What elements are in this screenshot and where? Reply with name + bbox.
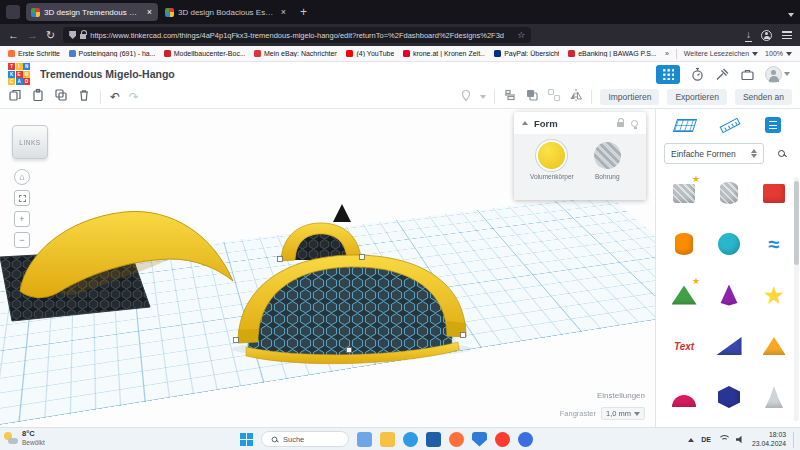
wifi-icon[interactable] <box>718 435 729 444</box>
ruler-tool-icon[interactable] <box>720 117 741 133</box>
height-handle-cone[interactable] <box>333 204 351 222</box>
bookmark-item[interactable]: krone.at | Kronen Zeit... <box>403 50 485 57</box>
browser-tab-active[interactable]: 3D design Tremendous Migelo… × <box>26 3 158 21</box>
start-button[interactable] <box>240 433 253 446</box>
delete-icon[interactable] <box>77 88 91 106</box>
design-title[interactable]: Tremendous Migelo-Hango <box>40 68 175 80</box>
pin-chevron-icon[interactable] <box>480 95 486 99</box>
workplane-tool-icon[interactable] <box>673 119 697 132</box>
align-icon[interactable] <box>503 88 517 106</box>
browser-tab[interactable]: 3D design Bodacious Esboo-K… × <box>160 3 292 21</box>
hole-option[interactable]: Bohrung <box>594 142 621 196</box>
duplicate-icon[interactable] <box>54 88 68 106</box>
shape-tile-box[interactable] <box>755 174 793 212</box>
shape-tile-text[interactable]: Text <box>665 327 703 365</box>
redo-button[interactable]: ↷ <box>129 91 139 103</box>
new-tab-button[interactable]: + <box>294 5 313 19</box>
show-desktop-button[interactable] <box>793 432 795 448</box>
lightbulb-icon[interactable] <box>631 120 638 127</box>
language-indicator[interactable]: DE <box>701 436 711 443</box>
bookmark-star-icon[interactable]: ☆ <box>517 30 525 40</box>
fit-view-button[interactable] <box>14 190 30 206</box>
shape-tile-paraboloid[interactable] <box>755 378 793 416</box>
firefox-icon[interactable] <box>449 432 464 447</box>
task-view-icon[interactable] <box>357 432 372 447</box>
opera-icon[interactable] <box>495 432 510 447</box>
3d-viewport[interactable]: LINKS ⌂ + − Form Volumenkörper <box>0 109 655 427</box>
settings-link[interactable]: Einstellungen <box>597 391 645 400</box>
home-view-button[interactable]: ⌂ <box>14 169 30 185</box>
workplane-pin-icon[interactable] <box>460 88 472 106</box>
bookmark-item[interactable]: Mein eBay: Nachrichten <box>254 50 338 57</box>
shape-tile-box-hole[interactable] <box>665 174 703 212</box>
explorer-icon[interactable] <box>380 432 395 447</box>
collapse-chevron-icon[interactable] <box>522 121 528 125</box>
paste-icon[interactable] <box>31 88 45 106</box>
shape-tile-wedge[interactable] <box>710 327 748 365</box>
bookmark-item[interactable]: (4) YouTube <box>346 50 393 57</box>
view-cube[interactable]: LINKS <box>12 125 48 159</box>
weather-widget[interactable]: 8°C Bewölkt <box>4 430 45 446</box>
tinkercad-logo[interactable]: TINKERCAD <box>8 63 30 85</box>
tab-close-icon[interactable]: × <box>280 7 287 17</box>
stopwatch-icon[interactable] <box>690 67 705 82</box>
bookmark-item[interactable]: Modellbaucenter-Boc... <box>164 50 245 57</box>
send-to-button[interactable]: Senden an <box>735 89 792 105</box>
model-arch-large-selected[interactable] <box>238 255 466 364</box>
shape-tile-roof[interactable] <box>665 276 703 314</box>
shape-tile-half-sphere[interactable] <box>665 378 703 416</box>
group-icon[interactable] <box>525 88 539 106</box>
lock-icon[interactable] <box>617 122 624 127</box>
zoom-level-indicator[interactable]: 100% <box>765 50 792 57</box>
bookmarks-overflow-chevron[interactable]: » <box>665 50 669 57</box>
undo-button[interactable]: ↶ <box>110 91 120 103</box>
bookmark-item[interactable]: eBanking | BAWAG P.S... <box>568 50 656 57</box>
snap-grid-select[interactable]: 1,0 mm <box>601 407 645 420</box>
clock[interactable]: 18:03 23.04.2024 <box>752 431 786 447</box>
shape-tile-star[interactable] <box>755 276 793 314</box>
reload-button[interactable]: ↻ <box>46 30 55 41</box>
volume-icon[interactable] <box>736 435 745 444</box>
bookmark-item[interactable]: PayPal: Übersicht <box>494 50 559 57</box>
briefcase-icon[interactable] <box>740 67 755 82</box>
edge-icon[interactable] <box>403 432 418 447</box>
url-bar[interactable]: https://www.tinkercad.com/things/4aP4p1q… <box>63 27 531 43</box>
tab-close-icon[interactable]: × <box>146 7 153 17</box>
notes-tool-icon[interactable] <box>765 117 781 133</box>
tools-hammer-icon[interactable] <box>715 67 730 82</box>
store-icon[interactable] <box>426 432 441 447</box>
tracking-shield-icon[interactable] <box>69 31 76 39</box>
shape-tile-cone[interactable] <box>710 276 748 314</box>
shape-tile-cylinder-hole[interactable] <box>710 174 748 212</box>
import-button[interactable]: Importieren <box>600 89 659 105</box>
user-avatar[interactable] <box>765 66 790 83</box>
account-icon[interactable] <box>761 30 772 41</box>
menu-icon[interactable] <box>782 31 792 39</box>
bookmark-item[interactable]: Erste Schritte <box>8 50 60 57</box>
zoom-in-button[interactable]: + <box>14 211 30 227</box>
shape-tile-pyramid[interactable] <box>755 327 793 365</box>
defender-icon[interactable] <box>472 432 487 447</box>
mirror-icon[interactable] <box>569 88 583 106</box>
search-icon[interactable] <box>770 143 792 164</box>
ungroup-icon[interactable] <box>547 88 561 106</box>
solid-option[interactable]: Volumenkörper <box>530 142 574 196</box>
thunderbird-icon[interactable] <box>518 432 533 447</box>
shape-tile-sphere[interactable] <box>710 225 748 263</box>
dashboard-grid-button[interactable] <box>656 65 680 84</box>
firefox-view-icon[interactable] <box>6 5 20 19</box>
bookmark-item[interactable]: Posteingang (691) - ha... <box>69 50 155 57</box>
copy-icon[interactable] <box>8 88 22 106</box>
downloads-icon[interactable]: ↓ <box>746 30 751 40</box>
more-bookmarks[interactable]: Weitere Lesezeichen <box>684 50 758 57</box>
taskbar-search[interactable]: Suche <box>261 431 349 447</box>
shape-tile-polygon[interactable] <box>710 378 748 416</box>
back-button[interactable]: ← <box>8 30 19 41</box>
shape-tile-cylinder[interactable] <box>665 225 703 263</box>
zoom-out-button[interactable]: − <box>14 232 30 248</box>
tray-chevron-icon[interactable] <box>688 438 694 442</box>
shape-category-select[interactable]: Einfache Formen <box>664 143 764 164</box>
scrollbar[interactable] <box>794 177 799 421</box>
shape-tile-scribble[interactable] <box>755 225 793 263</box>
forward-button[interactable]: → <box>27 30 38 41</box>
